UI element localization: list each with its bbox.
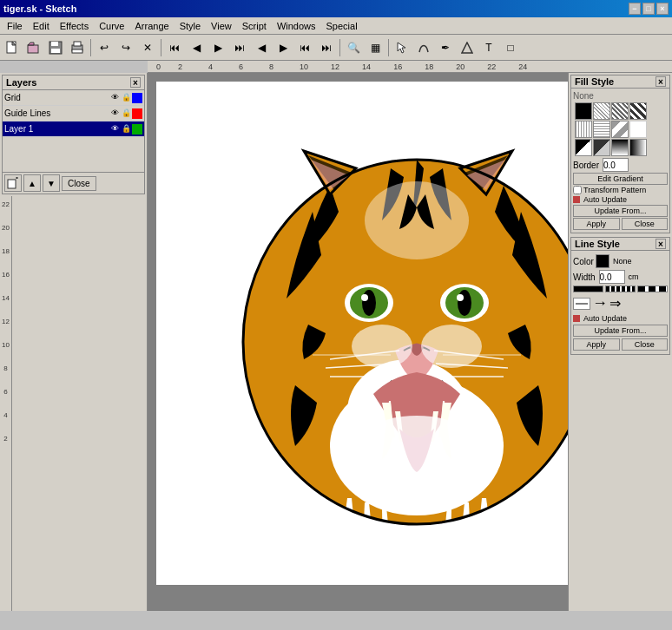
- ruler-vertical: 222018161412108642: [0, 196, 12, 611]
- line-style-panel: Line Style × Color None Width cm: [570, 237, 670, 355]
- line-color-label: Color: [573, 257, 594, 266]
- maximize-button[interactable]: □: [642, 3, 655, 15]
- layers-close-btn[interactable]: Close: [62, 176, 96, 191]
- pen-tool[interactable]: ✒: [435, 37, 456, 58]
- undo-button[interactable]: ↩: [94, 37, 115, 58]
- line-end-arrow[interactable]: →: [592, 294, 608, 312]
- fill-swatch-pattern4[interactable]: [575, 121, 592, 138]
- fill-close-button[interactable]: Close: [622, 218, 669, 230]
- line-end-double-arrow[interactable]: ⇒: [609, 295, 621, 312]
- line-end-flat[interactable]: [573, 298, 590, 310]
- left-panel: Layers × Grid 👁 🔒 Guide Lines 👁: [0, 73, 148, 611]
- layers-close-button[interactable]: ×: [130, 77, 141, 88]
- fill-swatch-pattern6[interactable]: [611, 121, 629, 138]
- edit-gradient-button[interactable]: Edit Gradient: [573, 173, 668, 185]
- toolbar: ↩ ↪ ✕ ⏮ ◀ ▶ ⏭ ◀ ▶ ⏮ ⏭ 🔍 ▦ ✒ T □: [0, 35, 672, 61]
- fill-swatch-grad2[interactable]: [629, 139, 647, 156]
- line-style-label: Line Style: [575, 239, 620, 249]
- title-bar: tiger.sk - Sketch − □ ×: [0, 0, 672, 17]
- menu-style[interactable]: Style: [175, 19, 206, 33]
- layer-down-button[interactable]: ▼: [43, 174, 60, 192]
- print-button[interactable]: [67, 37, 88, 58]
- new-button[interactable]: [2, 37, 23, 58]
- bezier-tool[interactable]: [413, 37, 434, 58]
- fill-auto-update-label: Auto Update: [583, 195, 627, 204]
- fill-update-from-button[interactable]: Update From...: [573, 205, 668, 217]
- layers-empty-space: [3, 137, 144, 172]
- layer-lock-1[interactable]: 🔒: [121, 124, 131, 135]
- line-apply-button[interactable]: Apply: [573, 338, 620, 351]
- menu-effects[interactable]: Effects: [55, 19, 94, 33]
- border-input[interactable]: [603, 158, 629, 172]
- line-update-from-button[interactable]: Update From...: [573, 325, 668, 337]
- grid-button[interactable]: ▦: [365, 37, 385, 58]
- next-button[interactable]: ▶: [208, 37, 228, 58]
- menu-special[interactable]: Special: [321, 19, 363, 33]
- fill-swatch-pattern1[interactable]: [593, 102, 610, 120]
- minimize-button[interactable]: −: [629, 3, 641, 15]
- fill-apply-button[interactable]: Apply: [573, 218, 620, 230]
- fill-swatch-diag2[interactable]: [593, 139, 610, 156]
- next2-button[interactable]: ▶: [273, 37, 293, 58]
- line-width-input[interactable]: [599, 270, 625, 284]
- line-dashed[interactable]: [605, 285, 636, 292]
- fill-swatch-pattern3[interactable]: [629, 102, 647, 120]
- drawing-canvas[interactable]: [156, 82, 568, 585]
- menu-edit[interactable]: Edit: [28, 19, 55, 33]
- line-auto-update-row: Auto Update: [573, 314, 668, 323]
- fill-swatch-black[interactable]: [575, 102, 592, 120]
- line-width-label: Width: [573, 272, 596, 282]
- main-area: Layers × Grid 👁 🔒 Guide Lines 👁: [0, 73, 672, 611]
- layer-eye-1[interactable]: 👁: [109, 124, 120, 135]
- layer-new-button[interactable]: [4, 174, 22, 192]
- menu-script[interactable]: Script: [237, 19, 272, 33]
- menu-arrange[interactable]: Arrange: [129, 19, 174, 33]
- fill-swatch-white[interactable]: [629, 121, 647, 138]
- svg-rect-5: [51, 49, 60, 53]
- zoom-button[interactable]: 🔍: [343, 37, 364, 58]
- line-solid[interactable]: [573, 285, 603, 292]
- line-styles-row: [573, 285, 668, 292]
- menu-curve[interactable]: Curve: [94, 19, 129, 33]
- fill-swatch-grad1[interactable]: [611, 139, 629, 156]
- layer-row-1[interactable]: Layer 1 👁 🔒: [3, 121, 144, 137]
- shape-tool[interactable]: [457, 37, 478, 58]
- close-window-button[interactable]: ×: [656, 3, 669, 15]
- prev2-button[interactable]: ◀: [251, 37, 272, 58]
- first-button[interactable]: ⏮: [164, 37, 185, 58]
- fill-swatch-pattern2[interactable]: [611, 102, 629, 120]
- fill-style-close[interactable]: ×: [656, 76, 666, 87]
- select-tool[interactable]: [392, 37, 412, 58]
- line-style-close[interactable]: ×: [656, 239, 666, 249]
- menu-view[interactable]: View: [206, 19, 237, 33]
- ruler-horizontal: 0 2 4 6 8 10 12 14 16 18 20 22 24: [148, 61, 672, 73]
- line-dash-long[interactable]: [637, 285, 668, 292]
- last2-button[interactable]: ⏭: [316, 37, 337, 58]
- last-button[interactable]: ⏭: [229, 37, 250, 58]
- line-color-swatch[interactable]: [596, 254, 609, 268]
- rect-tool[interactable]: □: [500, 37, 521, 58]
- first2-button[interactable]: ⏮: [294, 37, 315, 58]
- fill-swatch-pattern5[interactable]: [593, 121, 610, 138]
- redo-button[interactable]: ↪: [115, 37, 136, 58]
- menu-file[interactable]: File: [2, 19, 28, 33]
- layer-eye-guides[interactable]: 👁: [109, 108, 120, 119]
- layer-row-guides[interactable]: Guide Lines 👁 🔒: [3, 106, 144, 121]
- canvas-area[interactable]: [148, 73, 568, 611]
- layer-lock-icon[interactable]: 🔒: [121, 93, 131, 103]
- layer-row-grid[interactable]: Grid 👁 🔒: [3, 90, 144, 106]
- text-tool[interactable]: T: [478, 37, 499, 58]
- layers-title-label: Layers: [6, 77, 36, 88]
- layer-up-button[interactable]: ▲: [23, 174, 41, 192]
- open-button[interactable]: [23, 37, 44, 58]
- svg-point-29: [362, 290, 376, 316]
- line-close-button[interactable]: Close: [622, 338, 669, 351]
- layer-eye-icon[interactable]: 👁: [109, 93, 120, 103]
- menu-windows[interactable]: Windows: [272, 19, 321, 33]
- layer-lock-guides[interactable]: 🔒: [121, 108, 131, 119]
- prev-button[interactable]: ◀: [186, 37, 207, 58]
- save-button[interactable]: [45, 37, 66, 58]
- fill-swatch-diag1[interactable]: [575, 139, 592, 156]
- delete-button[interactable]: ✕: [137, 37, 158, 58]
- transform-pattern-checkbox[interactable]: [573, 186, 582, 194]
